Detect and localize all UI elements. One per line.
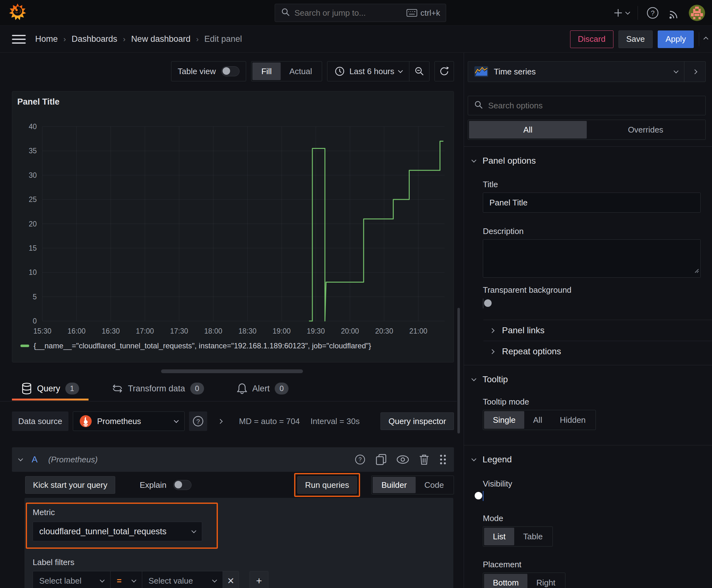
builder-option[interactable]: Builder: [373, 477, 416, 493]
prometheus-icon: [80, 415, 92, 427]
add-filter-button[interactable]: +: [250, 571, 268, 588]
svg-text:20:00: 20:00: [341, 327, 359, 335]
tooltip-hidden-option[interactable]: Hidden: [551, 411, 594, 429]
svg-text:20:30: 20:30: [375, 327, 393, 335]
tooltip-single-option[interactable]: Single: [484, 411, 524, 429]
time-range-picker[interactable]: Last 6 hours: [327, 62, 409, 81]
legend-mode-list-option[interactable]: List: [484, 528, 514, 545]
panel-options-sidebar: Time series All Overrides Panel options …: [464, 53, 712, 588]
news-button[interactable]: [667, 6, 681, 19]
metric-label: Metric: [33, 508, 217, 517]
datasource-help-button[interactable]: ?: [189, 412, 207, 431]
legend-placement-bottom-option[interactable]: Bottom: [484, 574, 527, 588]
run-queries-button[interactable]: Run queries: [297, 476, 357, 494]
user-avatar[interactable]: [689, 5, 705, 21]
svg-text:21:00: 21:00: [409, 327, 428, 335]
fill-option[interactable]: Fill: [253, 63, 280, 80]
global-search-input[interactable]: [295, 8, 407, 18]
breadcrumb-home[interactable]: Home: [35, 34, 58, 44]
tab-all-options[interactable]: All: [469, 121, 587, 139]
actual-option[interactable]: Actual: [281, 63, 321, 80]
new-menu-button[interactable]: [613, 7, 629, 18]
table-view-toggle[interactable]: [221, 66, 239, 76]
repeat-options-title: Repeat options: [502, 346, 561, 357]
legend-placement-label: Placement: [483, 560, 712, 569]
menu-toggle-button[interactable]: [12, 35, 26, 44]
viz-suggestions-button[interactable]: [684, 62, 706, 82]
tab-transform-count: 0: [190, 383, 204, 395]
query-inspector-button[interactable]: Query inspector: [381, 413, 454, 430]
refresh-button[interactable]: [434, 61, 454, 81]
duplicate-query-icon[interactable]: [375, 454, 387, 465]
query-row-header[interactable]: A (Prometheus) ?: [12, 447, 454, 472]
drag-handle-icon[interactable]: [439, 454, 447, 465]
time-series-chart[interactable]: 15:3016:0016:3017:0017:3018:0018:3019:00…: [12, 122, 454, 336]
tab-query-label: Query: [37, 384, 60, 394]
tab-transform-data[interactable]: Transform data 0: [102, 378, 214, 399]
keyboard-icon: [407, 9, 417, 17]
chevron-right-icon: [490, 349, 495, 354]
database-icon: [21, 382, 32, 395]
visualization-picker[interactable]: Time series: [468, 62, 684, 82]
collapse-editor-button[interactable]: [704, 37, 708, 41]
transform-icon: [112, 383, 123, 394]
svg-text:35: 35: [28, 147, 37, 155]
apply-button[interactable]: Apply: [658, 30, 694, 48]
breadcrumb-new-dashboard[interactable]: New dashboard: [131, 34, 191, 44]
query-help-icon[interactable]: ?: [354, 454, 366, 465]
tab-query[interactable]: Query 1: [12, 378, 88, 399]
remove-filter-button[interactable]: ✕: [222, 571, 239, 588]
fill-actual-switch: Fill Actual: [251, 61, 322, 81]
svg-text:20: 20: [28, 220, 37, 228]
hide-response-icon[interactable]: [396, 454, 409, 465]
legend-placement-right-option[interactable]: Right: [527, 574, 564, 588]
chart-legend[interactable]: {__name__="cloudflared_tunnel_total_requ…: [20, 341, 371, 350]
zoom-out-button[interactable]: [409, 62, 429, 81]
tooltip-section-header[interactable]: Tooltip: [464, 373, 712, 386]
legend-mode-table-option[interactable]: Table: [514, 528, 551, 545]
panel-options-section-header[interactable]: Panel options: [464, 154, 712, 168]
pane-resize-handle[interactable]: [161, 370, 303, 373]
svg-text:16:00: 16:00: [67, 327, 86, 335]
grafana-logo-icon[interactable]: [9, 3, 26, 23]
discard-button[interactable]: Discard: [570, 30, 613, 48]
save-button[interactable]: Save: [619, 30, 653, 48]
panel-title-input[interactable]: [483, 192, 701, 213]
query-datasource-hint: (Prometheus): [48, 455, 98, 465]
datasource-picker[interactable]: Prometheus: [73, 412, 185, 431]
search-icon: [474, 100, 483, 111]
label-filters-label: Label filters: [33, 558, 453, 567]
options-search[interactable]: [468, 96, 706, 115]
help-icon: ?: [646, 6, 659, 19]
repeat-options-section-header[interactable]: Repeat options: [464, 341, 712, 362]
panel-description-input[interactable]: [483, 239, 701, 278]
delete-query-icon[interactable]: [419, 454, 429, 465]
legend-section-header[interactable]: Legend: [464, 453, 712, 466]
top-nav: ctrl+k ?: [0, 0, 712, 26]
options-search-input[interactable]: [488, 101, 700, 110]
resize-handle-icon[interactable]: [694, 266, 699, 275]
tab-alert[interactable]: Alert 0: [227, 378, 298, 399]
breadcrumb-dashboards[interactable]: Dashboards: [71, 34, 117, 44]
svg-text:16:30: 16:30: [102, 327, 120, 335]
tooltip-all-option[interactable]: All: [524, 411, 551, 429]
metric-select[interactable]: cloudflared_tunnel_total_requests: [33, 522, 202, 541]
help-button[interactable]: ?: [646, 6, 659, 19]
explain-toggle[interactable]: [173, 480, 192, 490]
kick-start-query-button[interactable]: Kick start your query: [25, 476, 115, 494]
transparent-background-toggle[interactable]: [483, 298, 483, 309]
operator-dropdown[interactable]: =: [110, 571, 142, 588]
chevron-right-icon[interactable]: [218, 419, 223, 424]
legend-visibility-toggle[interactable]: [483, 491, 483, 501]
breadcrumb-separator: ›: [63, 35, 66, 44]
vertical-scrollbar[interactable]: [457, 308, 460, 434]
tab-overrides[interactable]: Overrides: [587, 121, 705, 139]
panel-links-section-header[interactable]: Panel links: [464, 320, 712, 341]
svg-text:5: 5: [33, 293, 37, 301]
global-search[interactable]: ctrl+k: [275, 4, 446, 22]
code-option[interactable]: Code: [416, 477, 453, 493]
collapse-query-icon[interactable]: [18, 456, 23, 461]
query-toolbar: Kick start your query Explain Run querie…: [12, 474, 454, 496]
select-label-dropdown[interactable]: Select label: [33, 571, 110, 588]
select-value-dropdown[interactable]: Select value: [142, 571, 223, 588]
